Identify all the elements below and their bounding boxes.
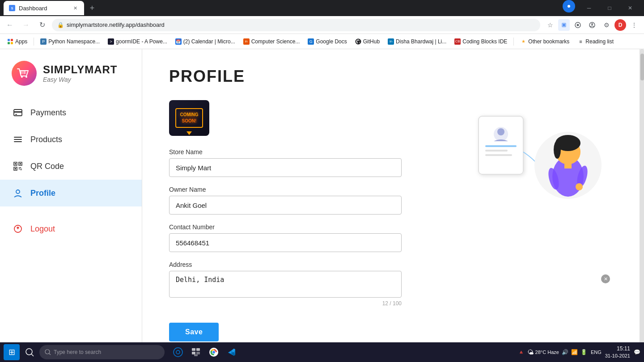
sidebar-item-qrcode[interactable]: QR Code <box>0 153 142 180</box>
cb-icon: CB <box>454 38 461 45</box>
forward-btn[interactable]: → <box>20 19 32 31</box>
svg-rect-62 <box>196 348 200 351</box>
bookmark-calendar[interactable]: 📅 (2) Calendar | Micro... <box>172 37 239 46</box>
gdocs-icon: G <box>308 38 314 45</box>
bookmark-cs[interactable]: in Computer Science... <box>240 37 304 46</box>
start-button[interactable]: ⊞ <box>4 344 20 360</box>
logo-title: SIMPLYMART <box>43 63 117 76</box>
bookmark-github[interactable]: GitHub <box>352 37 383 46</box>
address-clear-btn[interactable]: ✕ <box>601 274 610 283</box>
svg-line-58 <box>49 354 51 355</box>
extension-btn[interactable] <box>558 19 570 31</box>
tab-close-btn[interactable]: ✕ <box>72 4 79 12</box>
bookmark-separator-2 <box>513 38 514 46</box>
sidebar-item-products[interactable]: Products <box>0 126 142 153</box>
back-btn[interactable]: ← <box>4 19 16 31</box>
linkedin-icon: in <box>388 38 394 45</box>
bookmark-python[interactable]: P Python Namespace... <box>37 37 103 46</box>
bookmark-calendar-label: (2) Calendar | Micro... <box>183 38 235 45</box>
bookmark-other-label: Other bookmarks <box>528 38 569 45</box>
pin-marker <box>186 131 192 135</box>
maximize-btn[interactable]: □ <box>599 0 620 16</box>
profile-ext-btn[interactable] <box>586 19 598 31</box>
bookmark-cb-label: Coding Blocks IDE <box>462 38 507 45</box>
svg-rect-65 <box>194 354 198 356</box>
svg-rect-36 <box>19 168 20 169</box>
svg-rect-61 <box>192 348 195 351</box>
bookmark-apps[interactable]: Apps <box>4 37 31 46</box>
svg-point-42 <box>497 128 504 135</box>
taskbar-cortana[interactable] <box>170 344 186 360</box>
taskbar-weather: 🌤 28°C Haze <box>527 349 559 356</box>
address-bar[interactable]: 🔒 simplymartstore.netlify.app/dashboard <box>52 19 540 31</box>
bookmark-cb[interactable]: CB Coding Blocks IDE <box>451 37 511 46</box>
bookmark-linkedin[interactable]: in Disha Bhardwaj | Li... <box>384 37 450 46</box>
bookmark-other[interactable]: ★ Other bookmarks <box>517 37 573 46</box>
lock-icon: 🔒 <box>57 22 64 28</box>
svg-point-68 <box>212 351 215 354</box>
address-label: Address <box>169 261 613 268</box>
taskbar-clock: 15:11 31-10-2021 <box>605 345 630 359</box>
svg-rect-35 <box>20 167 21 168</box>
title-bar: S Dashboard ✕ + ─ □ ✕ <box>0 0 644 16</box>
taskbar-search-btn[interactable] <box>21 344 38 360</box>
battery-icon[interactable]: 🔋 <box>580 349 587 355</box>
contact-input[interactable] <box>169 233 402 252</box>
bookmark-linkedin-label: Disha Bhardwaj | Li... <box>396 38 446 45</box>
svg-rect-64 <box>196 352 200 354</box>
svg-point-50 <box>554 141 561 159</box>
sidebar-item-payments[interactable]: Payments <box>0 99 142 126</box>
bookmark-python-label: Python Namespace... <box>48 38 100 45</box>
user-avatar[interactable]: D <box>614 19 626 31</box>
minimize-btn[interactable]: ─ <box>579 0 599 16</box>
bookmark-reading[interactable]: ≡ Reading list <box>574 37 617 46</box>
tab-title: Dashboard <box>19 5 47 12</box>
calendar-icon: 📅 <box>175 38 182 45</box>
sidebar-logo: SIMPLYMART Easy Way <box>0 49 142 96</box>
bookmark-goorm[interactable]: > goormIDE - A Powe... <box>104 37 171 46</box>
new-tab-btn[interactable]: + <box>86 2 98 14</box>
weather-icon: 🌤 <box>527 349 534 356</box>
svg-point-55 <box>26 349 32 355</box>
taskbar-vscode[interactable] <box>224 344 240 360</box>
taskbar-search[interactable]: Type here to search <box>39 345 165 359</box>
svg-point-38 <box>16 190 20 194</box>
logo-subtitle: Easy Way <box>43 76 117 83</box>
svg-rect-10 <box>8 39 10 41</box>
store-name-input[interactable] <box>169 158 402 177</box>
window-controls: ─ □ ✕ <box>160 0 640 16</box>
svg-text:S: S <box>11 7 13 10</box>
svg-rect-11 <box>11 39 13 41</box>
taskbar-taskview[interactable] <box>188 344 204 360</box>
svg-rect-54 <box>564 162 572 168</box>
refresh-btn[interactable]: ↻ <box>36 19 48 31</box>
scrollbar[interactable] <box>640 49 644 362</box>
address-input[interactable]: Delhi, India <box>169 271 402 298</box>
taskbar-right: 🔺 🌤 28°C Haze 🔊 📶 🔋 ENG 15:11 31-10-2021… <box>518 345 640 359</box>
sidebar-item-logout[interactable]: Logout <box>0 215 142 242</box>
notification-btn[interactable]: 💬 <box>634 349 640 355</box>
owner-name-input[interactable] <box>169 196 402 215</box>
bookmarks-bar: Apps P Python Namespace... > goormIDE - … <box>0 34 644 49</box>
star-btn[interactable]: ☆ <box>544 19 556 31</box>
svg-point-17 <box>25 76 27 78</box>
main-content: PROFILE COMINGSOON! Store Name Owner Nam… <box>142 49 640 362</box>
taskbar-chrome[interactable] <box>206 344 222 360</box>
menu-btn[interactable]: ⋮ <box>628 19 640 31</box>
svg-rect-31 <box>15 163 16 164</box>
svg-rect-19 <box>22 71 23 74</box>
settings-ext-btn[interactable] <box>572 19 584 31</box>
volume-icon[interactable]: 🔊 <box>562 349 568 355</box>
wifi-icon[interactable]: 📶 <box>571 349 578 355</box>
network-icon[interactable]: 🔺 <box>518 349 525 355</box>
close-btn[interactable]: ✕ <box>620 0 640 16</box>
page-title: PROFILE <box>169 67 613 86</box>
active-tab[interactable]: S Dashboard ✕ <box>4 1 84 15</box>
svg-point-9 <box>591 23 593 25</box>
save-button[interactable]: Save <box>169 323 219 341</box>
bookmark-gdocs[interactable]: G Google Docs <box>304 37 350 46</box>
gear-btn[interactable]: ⚙ <box>600 19 613 31</box>
bookmark-cs-label: Computer Science... <box>251 38 300 45</box>
sidebar-item-profile[interactable]: Profile <box>0 180 142 206</box>
svg-rect-34 <box>19 167 20 168</box>
